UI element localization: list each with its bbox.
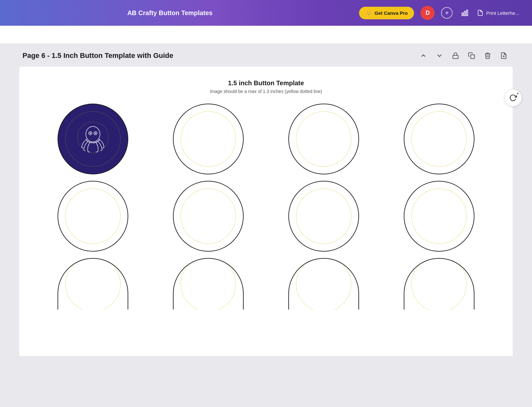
canvas-subtitle: Image should be a max of 1.3 inches (yel…: [35, 89, 497, 94]
avatar-initial: D: [426, 10, 430, 16]
button-grid: [35, 104, 497, 310]
add-page-icon: [500, 52, 507, 59]
button-circle-6[interactable]: [173, 181, 244, 252]
chart-icon: [461, 9, 469, 17]
button-circle-2[interactable]: [173, 104, 244, 174]
chevron-up-icon: [420, 52, 427, 59]
analytics-button[interactable]: [459, 7, 471, 19]
navbar: AB Crafty Button Templates 👑 Get Canva P…: [0, 0, 532, 26]
app-title: AB Crafty Button Templates: [13, 9, 327, 17]
get-canva-pro-button[interactable]: 👑 Get Canva Pro: [359, 7, 414, 19]
svg-rect-0: [462, 13, 463, 16]
move-up-button[interactable]: [418, 50, 429, 61]
button-circle-11[interactable]: [288, 258, 359, 310]
button-circle-3[interactable]: [288, 104, 359, 174]
svg-rect-4: [471, 55, 474, 59]
svg-rect-2: [466, 10, 468, 16]
button-circle-12[interactable]: [404, 258, 474, 310]
refresh-icon: [509, 94, 517, 102]
print-label: Print Letterhe...: [486, 10, 519, 16]
print-button[interactable]: Print Letterhe...: [477, 10, 519, 16]
button-circle-9[interactable]: [58, 258, 128, 310]
page-title: Page 6 - 1.5 Inch Button Template with G…: [23, 51, 412, 60]
svg-rect-3: [453, 55, 458, 59]
button-circle-10[interactable]: [173, 258, 244, 310]
canva-pro-label: Get Canva Pro: [374, 10, 408, 16]
page-header-actions: [418, 50, 509, 61]
main-content: Page 6 - 1.5 Inch Button Template with G…: [0, 43, 532, 369]
copy-icon: [468, 52, 475, 59]
doc-icon: [477, 10, 483, 16]
refresh-button[interactable]: +: [504, 89, 522, 106]
button-circle-7[interactable]: [288, 181, 359, 252]
user-avatar-button[interactable]: D: [420, 6, 435, 20]
chevron-down-icon: [436, 52, 443, 59]
refresh-plus-indicator: +: [517, 91, 519, 95]
move-down-button[interactable]: [434, 50, 445, 61]
button-circle-5[interactable]: [58, 181, 128, 252]
button-circle-1[interactable]: [58, 104, 128, 174]
lock-button[interactable]: [450, 50, 461, 61]
trash-icon: [484, 52, 491, 59]
page-header: Page 6 - 1.5 Inch Button Template with G…: [19, 50, 513, 61]
plus-icon: +: [445, 9, 449, 17]
octopus-illustration: [74, 120, 112, 158]
button-circle-8[interactable]: [404, 181, 474, 252]
crown-icon: 👑: [365, 10, 372, 16]
svg-point-7: [86, 126, 100, 142]
duplicate-button[interactable]: [466, 50, 477, 61]
add-item-button[interactable]: +: [441, 7, 453, 19]
white-gap-bar: [0, 26, 532, 43]
page-canvas: 1.5 inch Button Template Image should be…: [19, 67, 513, 356]
button-circle-4[interactable]: [404, 104, 474, 174]
svg-point-10: [90, 133, 91, 134]
add-page-button[interactable]: [498, 50, 509, 61]
lock-icon: [452, 52, 459, 59]
canvas-title: 1.5 inch Button Template: [35, 79, 497, 87]
svg-point-11: [95, 133, 96, 134]
svg-rect-1: [464, 11, 465, 16]
delete-button[interactable]: [482, 50, 493, 61]
